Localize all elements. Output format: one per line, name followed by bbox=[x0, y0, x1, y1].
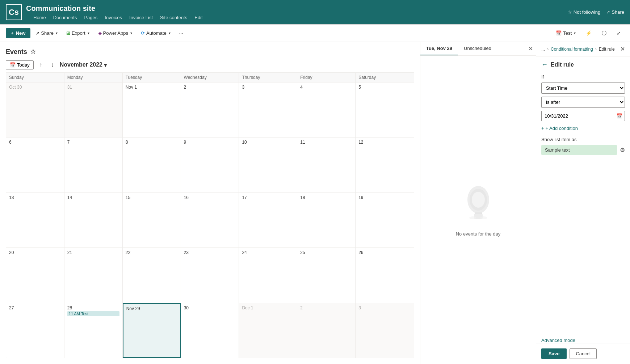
export-button[interactable]: ⊞ Export ▾ bbox=[63, 28, 93, 38]
cal-day[interactable]: 24 bbox=[239, 248, 297, 302]
cal-day[interactable]: 3 bbox=[239, 82, 297, 137]
event-panel-tabs: Tue, Nov 29 Unscheduled ✕ bbox=[420, 42, 536, 56]
panel-title: Edit rule bbox=[551, 62, 574, 68]
calendar-picker-icon[interactable]: 📅 bbox=[614, 111, 625, 121]
cal-day[interactable]: 16 bbox=[181, 193, 239, 247]
next-month-button[interactable]: ↓ bbox=[48, 60, 57, 69]
svg-point-2 bbox=[472, 192, 485, 208]
cal-day[interactable]: 8 bbox=[123, 137, 181, 192]
cal-day[interactable]: 25 bbox=[297, 248, 356, 302]
nav-pages[interactable]: Pages bbox=[84, 15, 97, 20]
field-select[interactable]: Start Time End Time Title bbox=[541, 82, 625, 94]
plus-condition-icon: + bbox=[541, 126, 544, 131]
nav-site-contents[interactable]: Site contents bbox=[160, 15, 187, 20]
calendar-week-5: 27 28 11 AM Test Nov 29 30 Dec 1 2 3 bbox=[6, 303, 414, 358]
export-chevron: ▾ bbox=[88, 31, 89, 35]
cal-day[interactable]: Nov 1 bbox=[123, 82, 181, 137]
cal-day[interactable]: 27 bbox=[6, 303, 64, 358]
events-title-text: Events bbox=[6, 48, 27, 56]
share-button-top[interactable]: ↗ Share bbox=[606, 9, 624, 15]
cal-day[interactable]: Dec 1 bbox=[239, 303, 297, 358]
main-area: Events ☆ 📅 Today ↑ ↓ November 2022 ▾ Sun… bbox=[0, 42, 630, 364]
share-button[interactable]: ↗ Share ▾ bbox=[32, 28, 61, 38]
calendar-week-1: Oct 30 31 Nov 1 2 3 4 5 bbox=[6, 82, 414, 137]
new-button[interactable]: + New bbox=[6, 28, 30, 38]
cal-day[interactable]: 31 bbox=[64, 82, 123, 137]
cal-day[interactable]: 7 bbox=[64, 137, 123, 192]
add-condition-button[interactable]: + + Add condition bbox=[541, 126, 578, 131]
panel-footer: Save Cancel bbox=[536, 343, 630, 364]
power-apps-label: Power Apps bbox=[103, 30, 128, 36]
cal-day[interactable]: 5 bbox=[356, 82, 414, 137]
tab-date[interactable]: Tue, Nov 29 bbox=[420, 42, 458, 55]
test-label: Test bbox=[563, 30, 572, 36]
cal-day[interactable]: 10 bbox=[239, 137, 297, 192]
cal-day[interactable]: 3 bbox=[356, 303, 414, 358]
favorite-icon[interactable]: ☆ bbox=[30, 48, 36, 56]
info-button[interactable]: ⓘ bbox=[598, 28, 610, 39]
no-events-text: No events for the day bbox=[456, 231, 501, 237]
cal-day[interactable]: 14 bbox=[64, 193, 123, 247]
cal-day[interactable]: 2 bbox=[297, 303, 356, 358]
automate-button[interactable]: ⟳ Automate ▾ bbox=[137, 28, 174, 38]
up-arrow-icon: ↑ bbox=[39, 62, 42, 68]
edit-style-button[interactable]: ⚙ bbox=[620, 147, 625, 153]
cal-day[interactable]: 21 bbox=[64, 248, 123, 302]
save-button[interactable]: Save bbox=[541, 348, 567, 359]
cal-day[interactable]: 22 bbox=[123, 248, 181, 302]
cal-day[interactable]: 13 bbox=[6, 193, 64, 247]
calendar-week-2: 6 7 8 9 10 11 12 bbox=[6, 137, 414, 192]
expand-button[interactable]: ⤢ bbox=[613, 28, 624, 38]
nav-invoices[interactable]: Invoices bbox=[105, 15, 122, 20]
cal-day[interactable]: Oct 30 bbox=[6, 82, 64, 137]
cal-day[interactable]: 17 bbox=[239, 193, 297, 247]
cal-day[interactable]: 28 11 AM Test bbox=[64, 303, 123, 358]
cal-day[interactable]: 11 bbox=[297, 137, 356, 192]
sample-text-box: Sample text bbox=[541, 145, 617, 155]
cal-day[interactable]: 30 bbox=[181, 303, 239, 358]
event-pill[interactable]: 11 AM Test bbox=[67, 311, 119, 316]
cal-day[interactable]: 12 bbox=[356, 137, 414, 192]
test-button[interactable]: 📅 Test ▾ bbox=[552, 28, 579, 38]
tab-unscheduled[interactable]: Unscheduled bbox=[458, 42, 497, 55]
panel-close-button[interactable]: ✕ bbox=[620, 46, 625, 52]
filter-button[interactable]: ⚡ bbox=[582, 28, 595, 38]
cal-day[interactable]: 26 bbox=[356, 248, 414, 302]
cal-day[interactable]: 2 bbox=[181, 82, 239, 137]
cal-day[interactable]: 15 bbox=[123, 193, 181, 247]
cal-day-selected[interactable]: Nov 29 bbox=[123, 303, 181, 358]
calendar-week-4: 20 21 22 23 24 25 26 bbox=[6, 247, 414, 302]
star-icon: ☆ bbox=[568, 9, 572, 15]
nav-documents[interactable]: Documents bbox=[53, 15, 77, 20]
edit-rule-panel: ... › Conditional formatting › Edit rule… bbox=[536, 42, 630, 364]
month-label[interactable]: November 2022 ▾ bbox=[60, 62, 107, 68]
share-icon-top: ↗ bbox=[606, 9, 610, 15]
nav-edit[interactable]: Edit bbox=[194, 15, 202, 20]
export-label: Export bbox=[72, 30, 85, 36]
cal-day[interactable]: 19 bbox=[356, 193, 414, 247]
breadcrumb-cond-link[interactable]: Conditional formatting bbox=[551, 47, 593, 52]
breadcrumb-more[interactable]: ... bbox=[541, 47, 545, 52]
cal-day[interactable]: 9 bbox=[181, 137, 239, 192]
today-button[interactable]: 📅 Today bbox=[6, 60, 34, 69]
cal-day[interactable]: 6 bbox=[6, 137, 64, 192]
cal-day[interactable]: 18 bbox=[297, 193, 356, 247]
cancel-button[interactable]: Cancel bbox=[570, 348, 596, 359]
nav-home[interactable]: Home bbox=[33, 15, 46, 20]
not-following-button[interactable]: ☆ Not following bbox=[568, 9, 600, 15]
cal-day[interactable]: 4 bbox=[297, 82, 356, 137]
advanced-mode-row: Advanced mode bbox=[536, 335, 630, 343]
date-input[interactable] bbox=[542, 111, 614, 121]
power-apps-button[interactable]: ◈ Power Apps ▾ bbox=[94, 28, 136, 38]
condition-select[interactable]: is after is before is equal to is not eq… bbox=[541, 97, 625, 108]
cal-day[interactable]: 20 bbox=[6, 248, 64, 302]
advanced-mode-button[interactable]: Advanced mode bbox=[541, 338, 575, 343]
command-bar-right: 📅 Test ▾ ⚡ ⓘ ⤢ bbox=[552, 28, 624, 39]
cal-day[interactable]: 23 bbox=[181, 248, 239, 302]
more-icon: ··· bbox=[179, 30, 183, 36]
event-panel-close-button[interactable]: ✕ bbox=[525, 42, 536, 55]
prev-month-button[interactable]: ↑ bbox=[37, 60, 45, 69]
nav-invoice-list[interactable]: Invoice List bbox=[129, 15, 153, 20]
back-button[interactable]: ← bbox=[541, 61, 548, 68]
more-button[interactable]: ··· bbox=[176, 28, 187, 38]
